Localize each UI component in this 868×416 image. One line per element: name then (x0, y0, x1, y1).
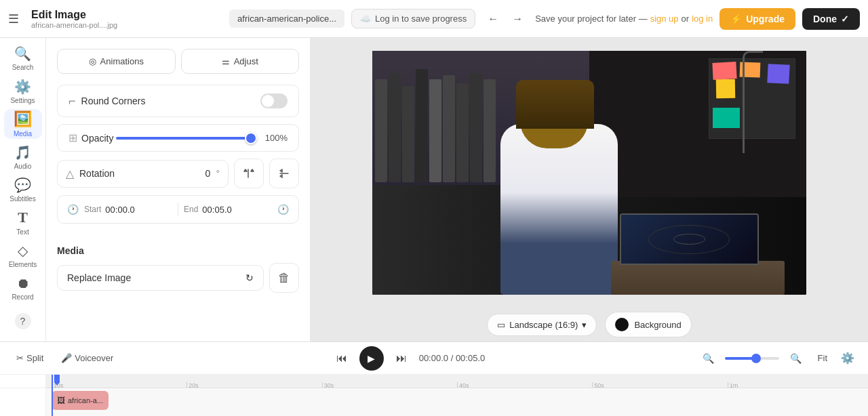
signup-link[interactable]: sign up (650, 14, 679, 24)
checkmark-icon: ✓ (841, 14, 849, 24)
background-button[interactable]: Background (605, 312, 691, 337)
time-row: 🕐 Start 00:00.0 End 00:05.0 🕐 (57, 195, 299, 224)
topbar: ☰ Edit Image african-american-pol....jpg… (0, 0, 868, 38)
trash-icon: 🗑 (278, 271, 290, 285)
delete-button[interactable]: 🗑 (269, 263, 299, 293)
sidebar-item-subtitles[interactable]: 💬 Subtitles (4, 175, 42, 205)
end-label: End (184, 205, 198, 214)
flip-horizontal-button[interactable] (234, 159, 264, 188)
sidebar-item-label-subtitles: Subtitles (9, 195, 35, 203)
timeline-controls-center: ⏮ ▶ ⏭ 00:00.0 / 00:05.0 (130, 346, 686, 371)
media-icon: 🖼️ (14, 110, 32, 128)
timeline-ruler: 10s 20s 30s 40s 50s 1m (46, 375, 868, 388)
timeline-track[interactable]: 10s 20s 30s 40s 50s 1m 🖼 african-a... (46, 375, 868, 416)
sidebar-item-audio[interactable]: 🎵 Audio (4, 142, 42, 171)
sidebar-item-label-media: Media (14, 130, 32, 138)
flip-h-icon (242, 167, 256, 180)
sidebar-item-text[interactable]: T Text (4, 207, 42, 237)
opacity-label-group: ⊞ Opacity (68, 131, 109, 144)
step-forward-button[interactable]: ⏭ (391, 350, 412, 367)
opacity-label: Opacity (81, 133, 113, 144)
zoom-out-button[interactable]: 🔍 (697, 350, 719, 367)
canvas-image[interactable] (372, 51, 806, 295)
tab-animations[interactable]: ◎ Animations (57, 49, 176, 74)
elements-icon: ◇ (18, 243, 28, 259)
sidebar-item-label-audio: Audio (14, 163, 32, 170)
rotation-icon: △ (66, 167, 74, 180)
zoom-in-button[interactable]: 🔍 (785, 350, 807, 367)
ruler-mark-20s: 20s (186, 382, 321, 388)
timeline-controls-right: 🔍 🔍 Fit ⚙️ (697, 349, 857, 367)
canvas-area: ▭ Landscape (16:9) ▾ Background (311, 38, 868, 341)
login-link[interactable]: log in (692, 14, 713, 24)
start-time-group: Start 00:00.0 (84, 205, 172, 215)
flip-vertical-button[interactable] (269, 159, 299, 188)
page-title: Edit Image (31, 9, 117, 21)
main-layout: 🔍 Search ⚙️ Settings 🖼️ Media 🎵 Audio 💬 … (0, 38, 868, 341)
sidebar-item-search[interactable]: 🔍 Search (4, 43, 42, 73)
start-label: Start (84, 205, 101, 214)
settings-icon: ⚙️ (14, 79, 31, 95)
fit-button[interactable]: Fit (812, 350, 833, 366)
zoom-slider[interactable] (725, 357, 779, 360)
canvas-bottom-bar: ▭ Landscape (16:9) ▾ Background (311, 308, 868, 341)
round-corners-label: Round Corners (81, 96, 146, 106)
timeline-settings-button[interactable]: ⚙️ (838, 349, 857, 367)
replace-icon: ↻ (245, 272, 254, 283)
sidebar-item-label-record: Record (12, 293, 33, 301)
lightning-icon: ⚡ (730, 14, 742, 24)
flip-v-icon (277, 167, 291, 180)
replace-image-row: Replace Image ↻ 🗑 (46, 263, 310, 293)
opacity-value: 100% (264, 133, 288, 143)
ruler-mark-10s: 10s (52, 382, 186, 388)
filename-badge: african-american-police... (229, 9, 344, 28)
round-corners-row: ⌐ Round Corners (57, 85, 299, 117)
round-corners-toggle[interactable] (260, 93, 288, 108)
sidebar-item-label-settings: Settings (10, 97, 35, 104)
chevron-down-icon: ▾ (582, 320, 587, 330)
end-clock-icon: 🕐 (277, 204, 289, 215)
step-backward-button[interactable]: ⏮ (331, 350, 353, 367)
sidebar-item-media[interactable]: 🖼️ Media (4, 109, 42, 139)
page-subtitle: african-american-pol....jpg (31, 21, 117, 29)
login-to-save-label: Log in to save progress (375, 14, 467, 24)
timeline-clip-row: 🖼 african-a... (46, 388, 868, 413)
panel-tabs: ◎ Animations ⚌ Adjust (57, 49, 299, 74)
ruler-marks: 10s 20s 30s 40s 50s 1m (52, 375, 863, 388)
menu-icon[interactable]: ☰ (8, 12, 19, 26)
current-time: 00:00.0 / 00:05.0 (419, 353, 486, 363)
sidebar-item-label-elements: Elements (9, 261, 37, 268)
rotation-label: Rotation (79, 168, 115, 179)
search-icon: 🔍 (14, 45, 31, 62)
sidebar-item-record[interactable]: ⏺ Record (4, 273, 42, 303)
sidebar-item-elements[interactable]: ◇ Elements (4, 241, 42, 270)
landscape-icon: ▭ (497, 320, 505, 330)
done-button[interactable]: Done ✓ (802, 8, 860, 30)
rotation-input[interactable] (183, 168, 210, 179)
audio-icon: 🎵 (14, 144, 31, 161)
record-icon: ⏺ (16, 276, 30, 291)
sidebar-item-help[interactable]: ? (4, 306, 42, 336)
play-button[interactable]: ▶ (359, 346, 384, 371)
sidebar-item-settings[interactable]: ⚙️ Settings (4, 76, 42, 106)
sidebar-item-label-text: Text (16, 228, 28, 236)
split-button[interactable]: ✂ Split (11, 350, 49, 366)
landscape-button[interactable]: ▭ Landscape (16:9) ▾ (487, 314, 597, 336)
redo-button[interactable]: → (507, 9, 528, 29)
media-section-title: Media (46, 245, 310, 256)
help-icon: ? (15, 313, 31, 329)
sidebar-item-label-search: Search (12, 64, 34, 71)
tab-adjust[interactable]: ⚌ Adjust (181, 49, 300, 74)
round-corners-icon: ⌐ (68, 94, 76, 108)
timeline-clip[interactable]: 🖼 african-a... (52, 391, 108, 410)
image-simulation (372, 51, 806, 295)
adjust-icon: ⚌ (222, 56, 230, 66)
cloud-save-button[interactable]: ☁️ Log in to save progress (351, 9, 475, 28)
upgrade-button[interactable]: ⚡ Upgrade (719, 8, 795, 30)
replace-image-button[interactable]: Replace Image ↻ (57, 265, 264, 291)
end-value: 00:05.0 (202, 205, 231, 215)
opacity-slider[interactable] (116, 137, 257, 140)
undo-button[interactable]: ← (482, 9, 504, 29)
right-panel: ◎ Animations ⚌ Adjust ⌐ Round Corners (46, 38, 311, 341)
voiceover-button[interactable]: 🎤 Voiceover (56, 350, 119, 366)
